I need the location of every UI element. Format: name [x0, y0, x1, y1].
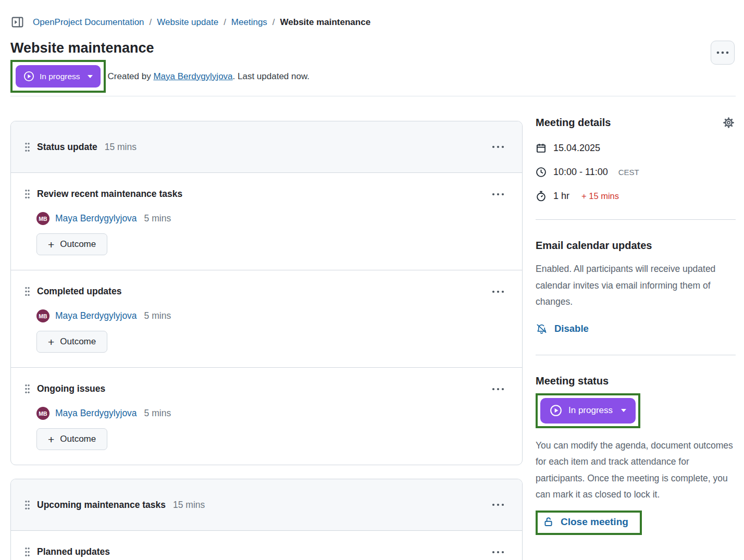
- meeting-status-row: In progress Created by Maya Berdygylyjov…: [10, 60, 736, 93]
- agenda-section-title: Upcoming maintenance tasks: [37, 500, 166, 511]
- updated-note: . Last updated now.: [233, 71, 309, 81]
- presenter-link[interactable]: Maya Berdygylyjova: [55, 310, 137, 321]
- outcome-button-label: Outcome: [60, 434, 96, 444]
- meeting-more-button[interactable]: [711, 41, 735, 65]
- status-button-label: In progress: [568, 405, 613, 416]
- agenda-section-card: Status update 15 mins: [10, 121, 523, 465]
- item-duration: 5 mins: [144, 213, 171, 224]
- status-button-label: In progress: [40, 72, 80, 81]
- gear-icon: [723, 117, 735, 129]
- page-title: Website maintenance: [10, 39, 736, 57]
- drag-handle-icon[interactable]: [24, 384, 30, 394]
- drag-handle-icon[interactable]: [24, 142, 30, 152]
- agenda-item-title: Planned updates: [37, 546, 110, 557]
- sidebar-divider: [536, 355, 736, 355]
- bell-slash-icon: [536, 323, 548, 335]
- annotation-box-status-header: In progress: [10, 60, 106, 93]
- agenda-item-title: Ongoing issues: [37, 383, 105, 394]
- drag-handle-icon[interactable]: [24, 189, 30, 199]
- close-meeting-button[interactable]: Close meeting: [543, 516, 628, 528]
- header-divider: [10, 96, 736, 96]
- stopwatch-icon: [536, 191, 547, 202]
- meeting-sidebar: Meeting details: [536, 116, 736, 535]
- meeting-timezone: CEST: [618, 168, 639, 177]
- avatar: MB: [36, 407, 49, 420]
- agenda-item-title: Review recent maintenance tasks: [37, 189, 182, 200]
- item-duration: 5 mins: [144, 408, 171, 419]
- meeting-time-row: 10:00 - 11:00 CEST: [536, 167, 736, 178]
- author-link[interactable]: Maya Berdygylyjova: [153, 71, 232, 81]
- avatar: MB: [36, 212, 49, 225]
- agenda-item: Completed updates MB Maya Berdygylyjova …: [11, 270, 522, 367]
- meeting-overtime: + 15 mins: [581, 191, 619, 201]
- calendar-icon: [536, 143, 547, 154]
- add-outcome-button[interactable]: + Outcome: [36, 331, 107, 353]
- meeting-details-heading: Meeting details: [536, 117, 611, 129]
- drag-handle-icon[interactable]: [24, 547, 30, 557]
- created-line: Created by Maya Berdygylyjova. Last upda…: [108, 71, 309, 82]
- meeting-duration: 1 hr: [553, 191, 569, 202]
- meeting-date-row: 15.04.2025: [536, 143, 736, 154]
- sidebar-expand-icon[interactable]: [10, 16, 24, 29]
- chevron-down-icon: [88, 75, 93, 78]
- agenda-section-card: Upcoming maintenance tasks 15 mins: [10, 479, 523, 560]
- meeting-details-settings-button[interactable]: [722, 116, 736, 130]
- agenda-item: Planned updates: [11, 531, 522, 560]
- outcome-button-label: Outcome: [60, 239, 96, 250]
- email-updates-heading: Email calendar updates: [536, 240, 736, 252]
- item-duration: 5 mins: [144, 310, 171, 321]
- item-more-button[interactable]: [489, 190, 507, 199]
- meeting-duration-row: 1 hr + 15 mins: [536, 191, 736, 202]
- drag-handle-icon[interactable]: [24, 500, 30, 510]
- breadcrumb-separator: /: [150, 17, 152, 28]
- meeting-time-range: 10:00 - 11:00: [553, 167, 608, 178]
- status-dropdown-button-sidebar[interactable]: In progress: [540, 398, 636, 424]
- agenda-section-header: Upcoming maintenance tasks 15 mins: [11, 479, 522, 531]
- breadcrumb-current: Website maintenance: [280, 17, 371, 28]
- agenda-item-title: Completed updates: [37, 286, 121, 297]
- breadcrumb-link-project[interactable]: OpenProject Documentation: [33, 17, 144, 28]
- plus-icon: +: [48, 434, 54, 445]
- breadcrumb-link-website-update[interactable]: Website update: [157, 17, 218, 28]
- agenda-item: Ongoing issues MB Maya Berdygylyjova 5 m…: [11, 367, 522, 465]
- meeting-page: OpenProject Documentation / Website upda…: [0, 0, 744, 560]
- play-circle-icon: [550, 404, 562, 417]
- breadcrumb-separator: /: [272, 17, 275, 28]
- annotation-box-status-sidebar: In progress: [536, 393, 640, 428]
- item-more-button[interactable]: [489, 547, 507, 557]
- section-more-button[interactable]: [489, 500, 507, 509]
- section-more-button[interactable]: [489, 142, 507, 152]
- disable-email-updates-button[interactable]: Disable: [536, 323, 589, 335]
- item-more-button[interactable]: [489, 287, 507, 296]
- annotation-box-close-meeting: Close meeting: [536, 511, 642, 536]
- meeting-date: 15.04.2025: [553, 143, 600, 154]
- agenda-section-header: Status update 15 mins: [11, 121, 522, 173]
- outcome-button-label: Outcome: [60, 337, 96, 347]
- breadcrumb: OpenProject Documentation / Website upda…: [10, 0, 736, 29]
- presenter-link[interactable]: Maya Berdygylyjova: [55, 408, 137, 419]
- more-horizontal-icon: [716, 51, 729, 55]
- agenda-section-title: Status update: [37, 142, 97, 153]
- chevron-down-icon: [621, 409, 626, 412]
- disable-link-label: Disable: [554, 323, 589, 334]
- meeting-status-description: You can modify the agenda, document outc…: [536, 438, 736, 503]
- created-by-label: Created by: [108, 71, 154, 81]
- breadcrumb-link-meetings[interactable]: Meetings: [231, 17, 267, 28]
- plus-icon: +: [48, 239, 54, 250]
- agenda-column: Status update 15 mins: [10, 121, 523, 560]
- close-meeting-label: Close meeting: [561, 516, 628, 528]
- add-outcome-button[interactable]: + Outcome: [36, 428, 107, 450]
- drag-handle-icon[interactable]: [24, 287, 30, 296]
- agenda-item: Review recent maintenance tasks MB Maya …: [11, 173, 522, 270]
- add-outcome-button[interactable]: + Outcome: [36, 233, 107, 255]
- avatar: MB: [36, 309, 49, 322]
- presenter-link[interactable]: Maya Berdygylyjova: [55, 213, 137, 224]
- item-more-button[interactable]: [489, 384, 507, 394]
- breadcrumb-separator: /: [224, 17, 226, 28]
- lock-open-icon: [543, 516, 554, 527]
- status-dropdown-button[interactable]: In progress: [16, 65, 101, 88]
- meeting-status-heading: Meeting status: [536, 375, 736, 387]
- agenda-section-duration: 15 mins: [173, 500, 205, 511]
- sidebar-divider: [536, 219, 736, 220]
- plus-icon: +: [48, 337, 54, 347]
